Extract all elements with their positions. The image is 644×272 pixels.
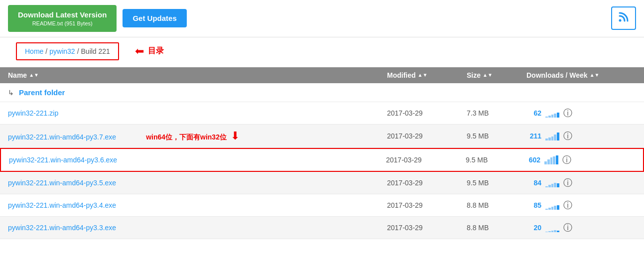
parent-folder-icon: ↳ xyxy=(8,89,14,97)
file-modified: 2017-03-29 xyxy=(387,109,467,117)
breadcrumb-current: Build 221 xyxy=(81,47,110,55)
col-modified[interactable]: Modified ▲▼ xyxy=(387,71,467,79)
breadcrumb-sep1: / xyxy=(45,47,47,55)
file-size: 9.5 MB xyxy=(467,132,526,140)
breadcrumb-home[interactable]: Home xyxy=(25,47,43,55)
parent-folder-row: ↳ Parent folder xyxy=(0,83,644,102)
file-link[interactable]: pywin32-221.zip xyxy=(8,109,58,117)
download-count: 602 xyxy=(525,156,540,164)
downloads-cell: 20ⓘ xyxy=(526,222,636,234)
file-modified: 2017-03-29 xyxy=(387,201,467,209)
col-downloads[interactable]: Downloads / Week ▲▼ xyxy=(526,71,636,79)
file-size: 9.5 MB xyxy=(466,156,525,164)
table-row: pywin32-221.win-amd64-py3.5.exe2017-03-2… xyxy=(0,172,644,194)
file-link[interactable]: pywin32-221.win-amd64-py3.5.exe xyxy=(8,179,116,187)
annotation-label: 目录 xyxy=(148,46,164,56)
file-name-cell: pywin32-221.zip xyxy=(8,109,387,117)
download-count: 85 xyxy=(526,201,541,209)
info-icon[interactable]: ⓘ xyxy=(562,154,571,166)
rss-button[interactable] xyxy=(611,6,636,30)
downloads-sort-icon: ▲▼ xyxy=(590,73,600,78)
file-name-cell: pywin32-221.win-amd64-py3.3.exe xyxy=(8,224,387,232)
file-rows: pywin32-221.zip2017-03-297.3 MB62ⓘpywin3… xyxy=(0,102,644,239)
file-size: 7.3 MB xyxy=(467,109,526,117)
downloads-cell: 84ⓘ xyxy=(526,177,636,189)
file-table: Name ▲▼ Modified ▲▼ Size ▲▼ Downloads / … xyxy=(0,67,644,239)
download-bar-chart xyxy=(545,178,559,187)
file-name-cell: pywin32-221.win-amd64-py3.5.exe xyxy=(8,179,387,187)
modified-sort-icon: ▲▼ xyxy=(418,73,428,78)
annotation-arrow-icon: ⬅ xyxy=(135,45,144,58)
table-row: pywin32-221.win-amd64-py3.7.exewin64位，下面… xyxy=(0,125,644,148)
download-count: 84 xyxy=(526,179,541,187)
file-name-cell: pywin32-221.win-amd64-py3.6.exe xyxy=(9,156,386,164)
svg-point-0 xyxy=(619,19,622,22)
file-modified: 2017-03-29 xyxy=(387,132,467,140)
file-size: 8.8 MB xyxy=(467,201,526,209)
download-count: 211 xyxy=(526,132,541,140)
download-latest-button[interactable]: Download Latest Version README.txt (951 … xyxy=(8,5,117,32)
download-btn-main: Download Latest Version xyxy=(18,10,107,20)
info-icon[interactable]: ⓘ xyxy=(563,177,572,189)
breadcrumb-row: Home / pywin32 / Build 221 ⬅ 目录 xyxy=(0,37,644,67)
size-sort-icon: ▲▼ xyxy=(483,73,493,78)
download-count: 20 xyxy=(526,224,541,232)
breadcrumb-pywin32[interactable]: pywin32 xyxy=(49,47,75,55)
download-btn-sub: README.txt (951 Bytes) xyxy=(18,20,107,27)
file-size: 8.8 MB xyxy=(467,224,526,232)
downloads-cell: 211ⓘ xyxy=(526,130,636,142)
file-modified: 2017-03-29 xyxy=(387,224,467,232)
file-modified: 2017-03-29 xyxy=(387,179,467,187)
top-bar: Download Latest Version README.txt (951 … xyxy=(0,0,644,37)
col-size[interactable]: Size ▲▼ xyxy=(467,71,526,79)
table-header: Name ▲▼ Modified ▲▼ Size ▲▼ Downloads / … xyxy=(0,67,644,83)
download-bar-chart xyxy=(545,201,559,210)
info-icon[interactable]: ⓘ xyxy=(563,199,572,211)
file-size: 9.5 MB xyxy=(467,179,526,187)
file-modified: 2017-03-29 xyxy=(386,156,466,164)
download-bar-chart xyxy=(545,109,559,118)
info-icon[interactable]: ⓘ xyxy=(563,107,572,119)
breadcrumb-sep2: / xyxy=(77,47,79,55)
file-link[interactable]: pywin32-221.win-amd64-py3.4.exe xyxy=(8,201,116,209)
breadcrumb: Home / pywin32 / Build 221 xyxy=(16,42,119,60)
info-icon[interactable]: ⓘ xyxy=(563,130,572,142)
annotation-arrow-icon: ⬇ xyxy=(231,130,240,142)
download-bar-chart xyxy=(544,155,558,164)
rss-icon xyxy=(618,13,629,24)
parent-folder-link[interactable]: Parent folder xyxy=(19,88,65,97)
download-bar-chart xyxy=(545,223,559,232)
file-name-cell: pywin32-221.win-amd64-py3.4.exe xyxy=(8,201,387,209)
download-bar-chart xyxy=(545,132,559,140)
file-link[interactable]: pywin32-221.win-amd64-py3.3.exe xyxy=(8,224,116,232)
name-sort-icon: ▲▼ xyxy=(29,73,39,78)
file-link[interactable]: pywin32-221.win-amd64-py3.7.exe xyxy=(8,133,116,141)
info-icon[interactable]: ⓘ xyxy=(563,222,572,234)
downloads-cell: 62ⓘ xyxy=(526,107,636,119)
file-name-cell: pywin32-221.win-amd64-py3.7.exewin64位，下面… xyxy=(8,130,387,142)
annotation-text: win64位，下面有win32位 xyxy=(146,133,227,141)
get-updates-button[interactable]: Get Updates xyxy=(123,9,186,27)
file-link[interactable]: pywin32-221.win-amd64-py3.6.exe xyxy=(9,156,117,164)
downloads-cell: 602ⓘ xyxy=(525,154,635,166)
table-row: pywin32-221.zip2017-03-297.3 MB62ⓘ xyxy=(0,102,644,125)
table-row: pywin32-221.win-amd64-py3.3.exe2017-03-2… xyxy=(0,217,644,239)
download-count: 62 xyxy=(526,109,541,117)
col-name[interactable]: Name ▲▼ xyxy=(8,71,387,79)
table-row: pywin32-221.win-amd64-py3.6.exe2017-03-2… xyxy=(0,148,644,172)
table-row: pywin32-221.win-amd64-py3.4.exe2017-03-2… xyxy=(0,194,644,217)
downloads-cell: 85ⓘ xyxy=(526,199,636,211)
